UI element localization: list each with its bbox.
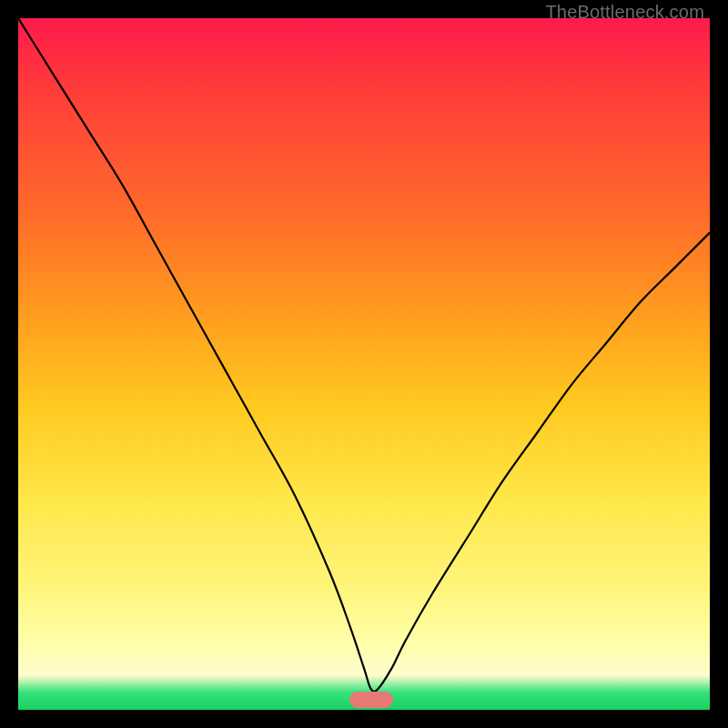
plot-area (18, 18, 710, 710)
heat-gradient-background (18, 18, 710, 710)
chart-frame (18, 18, 710, 710)
optimum-marker (349, 692, 393, 708)
